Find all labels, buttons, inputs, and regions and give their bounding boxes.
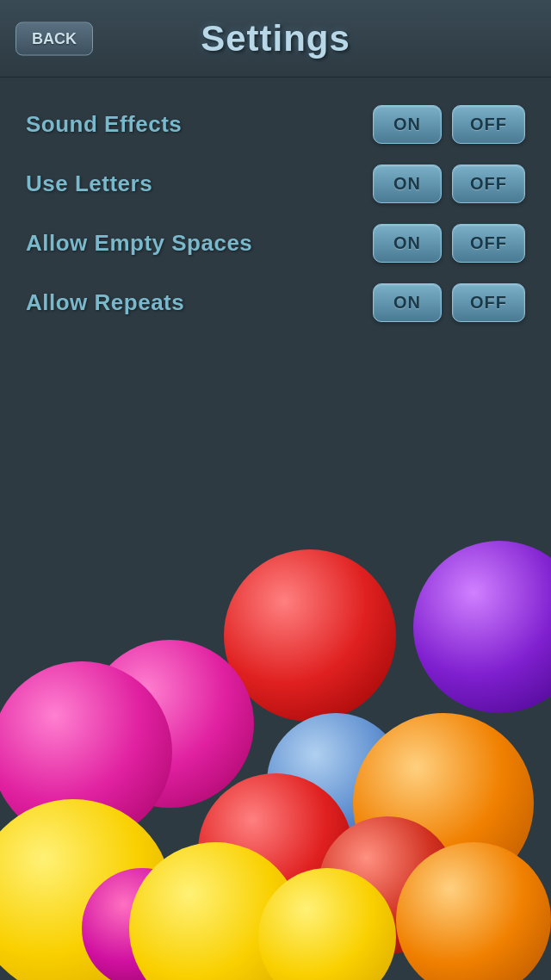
setting-label-allow-empty-spaces: Allow Empty Spaces — [26, 230, 252, 257]
allow-empty-spaces-off-button[interactable]: OFF — [452, 224, 525, 263]
setting-row-allow-empty-spaces: Allow Empty Spaces ON OFF — [0, 214, 551, 273]
setting-label-allow-repeats: Allow Repeats — [26, 289, 184, 316]
setting-row-allow-repeats: Allow Repeats ON OFF — [0, 273, 551, 332]
balls-decoration — [0, 446, 551, 980]
allow-empty-spaces-on-button[interactable]: ON — [373, 224, 442, 263]
settings-area: Sound Effects ON OFF Use Letters ON OFF … — [0, 78, 551, 350]
sound-effects-on-button[interactable]: ON — [373, 105, 442, 144]
ball-red-top — [224, 549, 396, 722]
use-letters-off-button[interactable]: OFF — [452, 164, 525, 203]
setting-row-use-letters: Use Letters ON OFF — [0, 154, 551, 214]
use-letters-on-button[interactable]: ON — [373, 164, 442, 203]
setting-label-use-letters: Use Letters — [26, 171, 152, 197]
sound-effects-off-button[interactable]: OFF — [452, 105, 525, 144]
header: BACK Settings — [0, 0, 551, 78]
ball-purple — [413, 541, 551, 713]
allow-repeats-off-button[interactable]: OFF — [452, 283, 525, 322]
page-title: Settings — [201, 18, 350, 59]
back-button[interactable]: BACK — [15, 22, 93, 55]
allow-repeats-on-button[interactable]: ON — [373, 283, 442, 322]
setting-row-sound-effects: Sound Effects ON OFF — [0, 95, 551, 154]
ball-orange-bottom — [396, 842, 551, 980]
setting-label-sound-effects: Sound Effects — [26, 111, 182, 138]
